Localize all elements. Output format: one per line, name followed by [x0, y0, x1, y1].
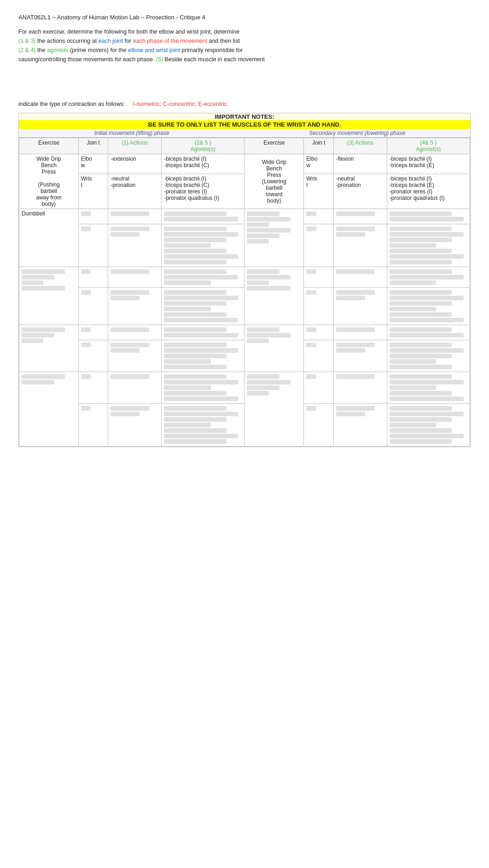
blurred-exercise-right-1	[244, 209, 304, 267]
blurred-joint-3a	[78, 267, 108, 288]
table-row-blurred-4a	[19, 325, 470, 340]
blurred-actions-r1	[333, 209, 387, 224]
blurred-joint-4b	[78, 340, 108, 372]
intro-and-then: and then list	[207, 38, 240, 44]
exercise-name-right: Wide GripBenchPress(Loweringbarbelltowar…	[244, 154, 304, 209]
intro-5-label: (5)	[156, 56, 163, 63]
th-actions-right-label: (3) Actions	[347, 140, 373, 146]
blurred-agonist-5b	[162, 404, 244, 447]
blurred-actions-4a	[108, 325, 162, 340]
main-table: Exercise Join t (1) Actions (2& 5 ) Agon…	[19, 138, 470, 447]
blurred-joint-r5b	[304, 404, 333, 447]
blurred-actions-r4a	[333, 325, 387, 340]
th-exercise-left: Exercise	[19, 138, 79, 154]
agonist-elbow-left: -biceps brachii (I)-triceps brachii (C)	[162, 154, 244, 174]
table-row-widegrip: Wide GripBenchPress(Pushingbarbellaway f…	[19, 154, 470, 174]
th-exercise-right: Exercise	[244, 138, 304, 154]
table-row-blurred-3a	[19, 267, 470, 288]
blurred-agonist-2	[162, 224, 244, 267]
phase-left-label: Initial movement (lifting) phase	[19, 130, 244, 136]
blurred-agonist-r5a	[387, 372, 470, 404]
blurred-actions-r4b	[333, 340, 387, 372]
joint-elbow-right: Elbow	[304, 154, 333, 174]
blurred-joint-r3a	[304, 267, 333, 288]
blurred-actions-5a	[108, 372, 162, 404]
blurred-agonist-r2	[387, 224, 470, 267]
exercise-dumbbell: Dumbbell	[19, 209, 79, 267]
blurred-actions-r5b	[333, 404, 387, 447]
blurred-joint-5a	[78, 372, 108, 404]
blurred-actions-4b	[108, 340, 162, 372]
page-title: ANAT062L1 – Anatomy of Human Motion Lab …	[18, 14, 471, 21]
blurred-joint-5b	[78, 404, 108, 447]
intro-each-joint: each joint	[99, 38, 123, 44]
intro-13-label: (1 & 3)	[18, 38, 36, 44]
intro-24-label: (2 & 4)	[18, 47, 36, 53]
intro-the-label: the	[36, 47, 47, 53]
be-sure-row: BE SURE TO ONLY LIST THE MUSCLES OF THE …	[19, 120, 470, 129]
intro-responsible: primarily responsible for	[180, 47, 243, 53]
blurred-joint-1	[78, 209, 108, 224]
intro-agonists-label: agonists	[47, 47, 69, 53]
blurred-agonist-4a	[162, 325, 244, 340]
joint-wrist-left: Wrist	[78, 174, 108, 209]
blurred-agonist-r1	[387, 209, 470, 224]
important-notes-box: IMPORTANT NOTES: BE SURE TO ONLY LIST TH…	[18, 113, 471, 447]
blurred-joint-r5a	[304, 372, 333, 404]
table-row-dumbbell: Dumbbell	[19, 209, 470, 224]
actions-elbow-left: -extension	[108, 154, 162, 174]
blurred-actions-r3a	[333, 267, 387, 288]
blurred-joint-2	[78, 224, 108, 267]
agonist-wrist-left: -biceps brachii (I)-triceps brachii (C)-…	[162, 174, 244, 209]
intro-actions-label: the actions occurring at	[36, 38, 99, 44]
blurred-exercise-r5	[244, 372, 304, 447]
actions-elbow-right: -flexion	[333, 154, 387, 174]
blurred-agonist-r4b	[387, 340, 470, 372]
blurred-actions-3a	[108, 267, 162, 288]
joint-wrist-right: Wrist	[304, 174, 333, 209]
th-joint-left: Join t	[78, 138, 108, 154]
blurred-agonist-5a	[162, 372, 244, 404]
intro-causing: causing/controlling those movements for …	[18, 56, 156, 63]
blurred-agonist-4b	[162, 340, 244, 372]
th-agonist-right-num: (4& 5 )	[420, 140, 437, 146]
blurred-exercise-5	[19, 372, 79, 447]
blurred-joint-r4a	[304, 325, 333, 340]
blurred-joint-r1	[304, 209, 333, 224]
table-row-blurred-5a	[19, 372, 470, 404]
blurred-exercise-4	[19, 325, 79, 372]
blurred-actions-1	[108, 209, 162, 224]
th-agonist-right-label: Agonist(s)	[416, 146, 441, 152]
actions-wrist-right: -neutral-pronation	[333, 174, 387, 209]
blurred-actions-3b	[108, 288, 162, 325]
agonist-wrist-right: -biceps brachii (I)-triceps brachii (E)-…	[387, 174, 470, 209]
indicate-label: indicate the type of contraction as foll…	[18, 101, 125, 107]
table-header-row: Exercise Join t (1) Actions (2& 5 ) Agon…	[19, 138, 470, 154]
blurred-agonist-r3a	[387, 267, 470, 288]
phase-header-row: Initial movement (lifting) phase Seconda…	[19, 129, 470, 138]
intro-prime-movers: (prime movers) for the	[68, 47, 128, 53]
blurred-agonist-r4a	[387, 325, 470, 340]
blurred-agonist-r3b	[387, 288, 470, 325]
indicate-value: I-isometric; C-concentric; E-eccentric.	[133, 101, 229, 107]
exercise-name-left: Wide GripBenchPress(Pushingbarbellaway f…	[19, 154, 79, 209]
blurred-actions-r3b	[333, 288, 387, 325]
blurred-exercise-r3	[244, 267, 304, 325]
phase-right-label: Secondary movement (lowering) phase	[244, 130, 470, 136]
th-agonist-left: (2& 5 ) Agonist(s)	[162, 138, 244, 154]
actions-wrist-left: -neutral-pronation	[108, 174, 162, 209]
indicate-line: indicate the type of contraction as foll…	[18, 101, 471, 107]
blurred-agonist-3b	[162, 288, 244, 325]
th-actions-left-label: (1) Actions	[122, 140, 148, 146]
intro-each-phase: each phase of the movement	[133, 38, 207, 44]
agonist-elbow-right: -biceps brachii (I)-triceps brachii (E)	[387, 154, 470, 174]
blurred-exercise-3	[19, 267, 79, 325]
intro-beside: Beside each muscle in each movement	[163, 56, 265, 63]
blurred-agonist-3a	[162, 267, 244, 288]
th-actions-left: (1) Actions	[108, 138, 162, 154]
th-agonist-left-label: Agonist(s)	[191, 146, 215, 152]
blurred-actions-r2	[333, 224, 387, 267]
blurred-exercise-r4	[244, 325, 304, 372]
blurred-actions-2	[108, 224, 162, 267]
intro-paragraph: For each exercise, determine the followi…	[18, 27, 471, 64]
